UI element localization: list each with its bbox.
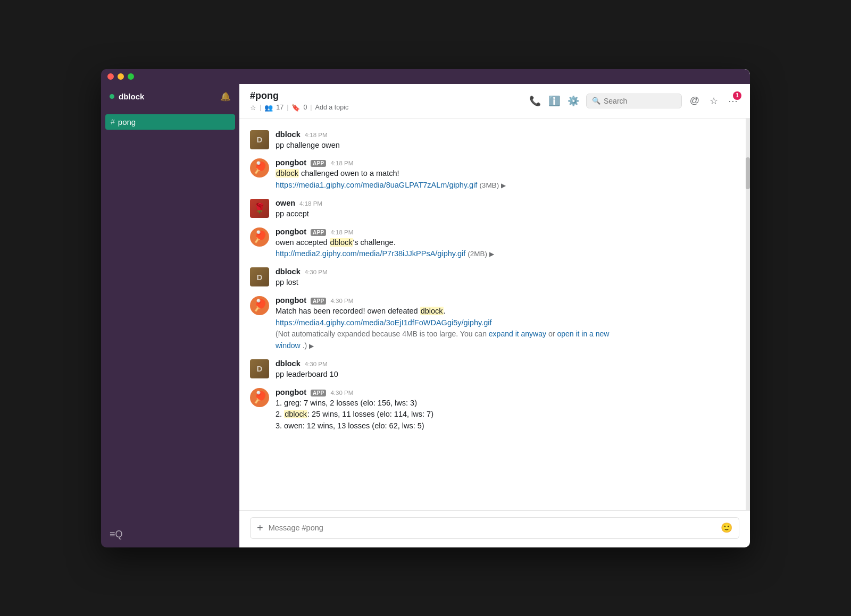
leaderboard: 1. greg: 7 wins, 2 losses (elo: 156, lws…: [276, 398, 739, 432]
phone-icon[interactable]: 📞: [529, 95, 541, 107]
message-input-area: + 🙂: [239, 510, 750, 547]
add-attachment-button[interactable]: +: [257, 522, 263, 534]
highlight-dblock: dblock: [276, 169, 299, 178]
file-size-1: (3MB): [479, 181, 499, 189]
play-icon-3[interactable]: ▶: [309, 342, 314, 350]
add-topic-link[interactable]: Add a topic: [315, 104, 349, 111]
leaderboard-row-3: 3. owen: 12 wins, 13 losses (elo: 62, lw…: [276, 420, 739, 432]
sidebar: dblock 🔔 # pong ≡Q: [101, 69, 239, 547]
message-text: pp lost: [276, 277, 739, 289]
giphy-link-3[interactable]: https://media4.giphy.com/media/3oEjI1dfF…: [276, 318, 491, 327]
close-button[interactable]: [107, 73, 114, 80]
avatar-dblock-1: D: [250, 130, 269, 149]
message-text: pp accept: [276, 208, 739, 220]
paddle-emoji: 🏓: [253, 161, 267, 175]
message-text: owen accepted dblock's challenge. http:/…: [276, 237, 739, 260]
table-row: 🏓 pongbot APP 4:18 PM dblock challenged …: [250, 155, 739, 195]
sender-name: dblock: [276, 267, 301, 276]
table-row: 🏓 pongbot APP 4:18 PM owen accepted dblo…: [250, 224, 739, 264]
table-row: 🏓 pongbot APP 4:30 PM Match has been rec…: [250, 293, 739, 355]
sender-name: pongbot: [276, 388, 306, 396]
star-icon[interactable]: ☆: [250, 104, 256, 112]
more-options-wrapper: ⋯ 1: [727, 95, 739, 107]
message-content: dblock 4:30 PM pp lost: [276, 267, 739, 289]
table-row: 🌹 owen 4:18 PM pp accept: [250, 196, 739, 223]
at-icon[interactable]: @: [688, 95, 701, 107]
file-size-2: (2MB): [468, 250, 487, 258]
message-content: pongbot APP 4:30 PM 1. greg: 7 wins, 2 l…: [276, 388, 739, 432]
message-content: pongbot APP 4:30 PM Match has been recor…: [276, 296, 739, 352]
message-content: dblock 4:30 PM pp leaderboard 10: [276, 359, 739, 381]
message-header: dblock 4:18 PM: [276, 130, 739, 139]
table-row: D dblock 4:30 PM pp lost: [250, 264, 739, 292]
message-header: owen 4:18 PM: [276, 199, 739, 207]
separator-1: |: [260, 104, 261, 111]
channel-info: #pong ☆ | 👥 17 | 🔖 0 | Add a topic: [250, 90, 348, 112]
avatar-dblock-2: D: [250, 267, 269, 286]
sender-name: dblock: [276, 130, 301, 139]
star-header-icon[interactable]: ☆: [707, 95, 720, 107]
members-count: 17: [276, 104, 283, 111]
message-input-box: + 🙂: [250, 517, 739, 539]
title-bar: [101, 69, 750, 84]
avatar-owen: 🌹: [250, 199, 269, 218]
table-row: D dblock 4:18 PM pp challenge owen: [250, 127, 739, 155]
sidebar-username[interactable]: dblock: [119, 92, 144, 101]
settings-icon[interactable]: ⚙️: [567, 95, 580, 107]
message-header: pongbot APP 4:18 PM: [276, 158, 739, 167]
sender-name: pongbot: [276, 158, 306, 167]
message-text: pp leaderboard 10: [276, 369, 739, 381]
avatar-image: D: [250, 267, 269, 286]
app-badge: APP: [311, 298, 326, 305]
notification-count-badge: 1: [733, 91, 741, 100]
channel-title: #pong: [250, 90, 348, 102]
search-box: 🔍: [586, 94, 682, 108]
minimize-button[interactable]: [118, 73, 124, 80]
message-text: dblock challenged owen to a match! https…: [276, 168, 739, 191]
giphy-link-1[interactable]: https://media1.giphy.com/media/8uaGLPAT7…: [276, 181, 477, 189]
notification-bell-icon[interactable]: 🔔: [220, 91, 231, 102]
timestamp: 4:18 PM: [330, 229, 353, 235]
message-header: pongbot APP 4:30 PM: [276, 388, 739, 396]
sender-name: pongbot: [276, 296, 306, 305]
message-header: dblock 4:30 PM: [276, 359, 739, 368]
avatar-image: D: [250, 130, 269, 149]
timestamp: 4:18 PM: [330, 160, 353, 166]
avatar-pongbot-2: 🏓: [250, 227, 269, 247]
leaderboard-row-2: 2. dblock: 25 wins, 11 losses (elo: 114,…: [276, 409, 739, 420]
open-new-window-link[interactable]: open it in a new: [557, 330, 609, 338]
sidebar-item-pong[interactable]: # pong: [105, 114, 235, 130]
message-input[interactable]: [269, 524, 715, 532]
highlight-dblock-2: dblock: [330, 238, 353, 247]
messages-area[interactable]: D dblock 4:18 PM pp challenge owen 🏓: [239, 119, 750, 510]
maximize-button[interactable]: [128, 73, 134, 80]
app-badge: APP: [311, 390, 326, 396]
emoji-button[interactable]: 🙂: [721, 522, 732, 534]
channel-header: #pong ☆ | 👥 17 | 🔖 0 | Add a topic 📞 ℹ️ …: [239, 84, 750, 119]
message-header: pongbot APP 4:18 PM: [276, 227, 739, 236]
message-content: owen 4:18 PM pp accept: [276, 199, 739, 220]
filter-search-icon[interactable]: ≡Q: [110, 529, 123, 540]
window-link-continued[interactable]: window: [276, 341, 301, 350]
giphy-link-2[interactable]: http://media2.giphy.com/media/P7r38iJJkP…: [276, 249, 465, 258]
timestamp: 4:30 PM: [305, 269, 328, 275]
timestamp: 4:30 PM: [330, 298, 353, 304]
message-content: pongbot APP 4:18 PM dblock challenged ow…: [276, 158, 739, 191]
search-input[interactable]: [604, 97, 676, 105]
play-icon-2[interactable]: ▶: [489, 250, 494, 258]
message-content: pongbot APP 4:18 PM owen accepted dblock…: [276, 227, 739, 260]
sender-name: pongbot: [276, 227, 306, 236]
avatar-pongbot-3: 🏓: [250, 296, 269, 315]
separator-2: |: [287, 104, 288, 111]
highlight-dblock-3: dblock: [420, 307, 444, 315]
channel-hash-icon: #: [111, 117, 115, 126]
info-icon[interactable]: ℹ️: [548, 95, 561, 107]
expand-anyway-link[interactable]: expand it anyway: [489, 330, 546, 338]
scrollbar-track[interactable]: [746, 119, 750, 510]
scrollbar-thumb[interactable]: [746, 157, 750, 189]
sender-name: dblock: [276, 359, 301, 368]
search-icon: 🔍: [592, 97, 600, 105]
message-content: dblock 4:18 PM pp challenge owen: [276, 130, 739, 151]
play-icon-1[interactable]: ▶: [501, 182, 506, 189]
expand-notice: (Not automatically expanded because 4MB …: [276, 330, 489, 338]
